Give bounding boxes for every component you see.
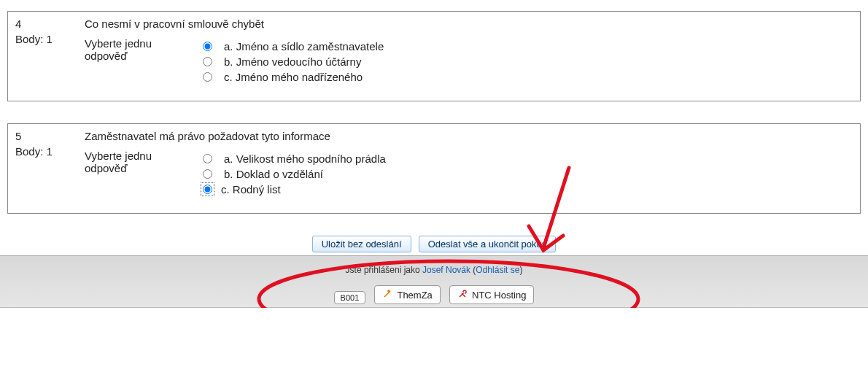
themza-label: ThemZa [397, 290, 432, 301]
login-status: Jste přihlášeni jako Josef Novák (Odhlás… [0, 265, 868, 275]
footer-divider [0, 307, 868, 308]
answer-label: a. Velikost mého spodního prádla [224, 152, 386, 165]
save-button[interactable]: Uložit bez odeslání [312, 236, 411, 252]
submit-bar: Uložit bez odeslání Odeslat vše a ukonči… [7, 236, 861, 252]
question-points: Body: 1 [15, 145, 85, 158]
answer-radio[interactable] [203, 169, 212, 179]
course-code-label: B001 [341, 293, 360, 302]
question-number: 4 [15, 18, 85, 30]
answer-option[interactable]: a. Jméno a sídlo zaměstnavatele [201, 40, 853, 53]
answer-radio[interactable] [203, 57, 212, 66]
question-points: Body: 1 [15, 33, 85, 45]
answer-option[interactable]: c. Rodný list [201, 183, 853, 196]
logout-link[interactable]: Odhlásit se [476, 265, 519, 275]
question-title: Zaměstnavatel má právo požadovat tyto in… [85, 130, 853, 142]
login-prefix: Jste přihlášeni jako [346, 265, 422, 275]
wand-icon [382, 289, 392, 301]
footer: Jste přihlášeni jako Josef Novák (Odhlás… [0, 255, 868, 307]
answer-radio[interactable] [203, 42, 212, 51]
answer-label: c. Jméno mého nadřízeného [224, 71, 363, 83]
svg-line-5 [462, 293, 465, 297]
answer-option[interactable]: b. Jméno vedoucího účtárny [201, 55, 853, 68]
answer-prompt: Vyberte jednu odpověď [85, 150, 201, 174]
answer-label: c. Rodný list [221, 183, 281, 196]
ntc-label: NTC Hosting [472, 290, 526, 301]
submit-button[interactable]: Odeslat vše a ukončit pokus [419, 236, 557, 252]
question-box: 4 Body: 1 Co nesmí v pracovní smlouvě ch… [7, 11, 861, 101]
course-code-chip[interactable]: B001 [334, 291, 366, 304]
question-title: Co nesmí v pracovní smlouvě chybět [85, 18, 853, 30]
answer-option[interactable]: c. Jméno mého nadřízeného [201, 71, 853, 83]
answer-label: b. Doklad o vzdělání [224, 168, 323, 180]
answer-label: a. Jméno a sídlo zaměstnavatele [224, 40, 384, 53]
question-number: 5 [15, 130, 85, 142]
tools-icon [457, 289, 468, 301]
answer-radio[interactable] [203, 154, 212, 163]
themza-chip[interactable]: ThemZa [374, 285, 440, 304]
answer-radio[interactable] [203, 185, 212, 194]
answer-label: b. Jméno vedoucího účtárny [224, 55, 361, 68]
answer-option[interactable]: a. Velikost mého spodního prádla [201, 152, 853, 165]
answer-option[interactable]: b. Doklad o vzdělání [201, 168, 853, 180]
answer-radio[interactable] [203, 72, 212, 82]
svg-line-1 [384, 291, 390, 297]
ntc-hosting-chip[interactable]: NTC Hosting [449, 285, 534, 304]
answer-prompt: Vyberte jednu odpověď [85, 37, 201, 62]
user-link[interactable]: Josef Novák [422, 265, 470, 275]
question-box: 5 Body: 1 Zaměstnavatel má právo požadov… [7, 123, 861, 214]
